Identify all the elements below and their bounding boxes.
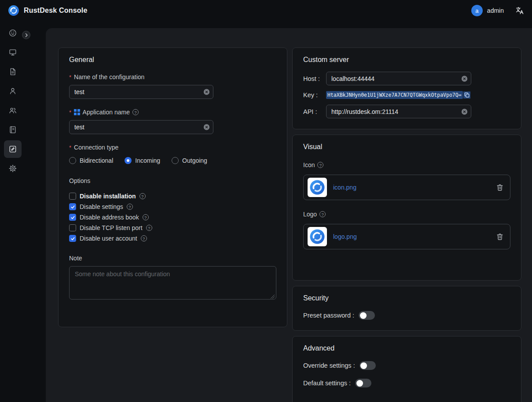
help-icon[interactable] (317, 162, 323, 168)
api-row: API : (303, 105, 510, 118)
default-settings-row: Default settings : (303, 379, 510, 387)
sidebar-item-custom-clients[interactable] (4, 140, 22, 158)
help-icon[interactable] (146, 225, 152, 231)
preset-password-row: Preset password : (303, 311, 510, 320)
gear-icon (8, 164, 17, 173)
sidebar-item-devices[interactable] (4, 44, 22, 61)
logo-label: Logo (303, 211, 510, 218)
chevron-right-icon (24, 33, 29, 38)
advanced-card: Advanced Override settings : Default set… (292, 336, 521, 402)
name-field-label: Name of the configuration (69, 73, 276, 80)
radio-incoming[interactable]: Incoming (125, 157, 160, 164)
help-icon[interactable] (141, 235, 147, 241)
checkbox[interactable] (69, 193, 76, 200)
api-label: API : (303, 108, 326, 115)
icon-preview-image (308, 178, 327, 197)
username[interactable]: admin (487, 7, 504, 14)
host-row: Host : (303, 72, 510, 85)
clear-icon[interactable] (461, 75, 468, 82)
api-input[interactable] (326, 105, 471, 118)
host-input[interactable] (326, 72, 471, 85)
main-content: General Name of the configuration Applic… (46, 28, 532, 402)
logo-preview-image (308, 227, 327, 246)
override-settings-toggle[interactable] (360, 361, 376, 370)
monitor-icon (8, 48, 17, 57)
override-settings-row: Override settings : (303, 361, 510, 370)
default-settings-label: Default settings : (303, 380, 351, 387)
custom-server-title: Custom server (303, 56, 510, 64)
sidebar-item-audit[interactable] (4, 63, 22, 80)
checkbox[interactable] (69, 214, 76, 221)
note-resize-handle-wrap (69, 266, 276, 301)
trash-icon[interactable] (496, 233, 504, 241)
custom-server-card: Custom server Host : Key : HtaXBkJNHyn0e… (292, 48, 521, 129)
preset-password-toggle[interactable] (359, 311, 375, 320)
visual-card: Visual Icon icon.png (292, 135, 521, 281)
radio-button[interactable] (125, 157, 132, 164)
windows-icon (74, 109, 80, 115)
server-key-value[interactable]: HtaXBkJNHyn0e1U1jWXze7A7CN7QTGWqxkOtpaVp… (326, 91, 463, 99)
connection-type-radio-group: Bidirectional Incoming Outgoing (69, 157, 276, 164)
copy-icon[interactable] (463, 91, 470, 99)
icon-file-link[interactable]: icon.png (333, 184, 356, 191)
top-bar: RustDesk Console a admin (0, 0, 532, 21)
note-label: Note (69, 255, 276, 262)
document-icon (8, 67, 17, 76)
logo-file-link[interactable]: logo.png (333, 233, 357, 240)
options-checkbox-list: Disable installation Disable settings Di… (69, 191, 276, 243)
checkbox[interactable] (69, 224, 76, 231)
clear-icon[interactable] (203, 89, 210, 95)
sidebar-expand-button[interactable] (22, 31, 30, 39)
radio-button[interactable] (69, 157, 76, 164)
clear-icon[interactable] (461, 108, 468, 115)
security-card: Security Preset password : (292, 286, 521, 331)
checkbox-disable-installation[interactable]: Disable installation (69, 191, 276, 201)
host-label: Host : (303, 75, 326, 82)
preset-password-label: Preset password : (303, 312, 354, 319)
help-icon[interactable] (143, 214, 149, 220)
key-row: Key : HtaXBkJNHyn0e1U1jWXze7A7CN7QTGWqxk… (303, 91, 510, 99)
checkbox-disable-settings[interactable]: Disable settings (69, 202, 276, 212)
checkbox[interactable] (69, 203, 76, 210)
users-icon (8, 106, 17, 115)
options-label: Options (69, 177, 276, 184)
radio-button[interactable] (172, 157, 179, 164)
edit-square-icon (8, 145, 17, 153)
checkbox-disable-user-account[interactable]: Disable user account (69, 234, 276, 243)
radio-bidirectional[interactable]: Bidirectional (69, 157, 113, 164)
visual-title: Visual (303, 143, 510, 151)
trash-icon[interactable] (496, 183, 504, 191)
sidebar-item-address-books[interactable] (4, 121, 22, 139)
help-icon[interactable] (132, 109, 139, 115)
security-title: Security (303, 294, 510, 302)
sidebar (0, 21, 26, 402)
help-icon[interactable] (127, 204, 133, 210)
sidebar-item-groups[interactable] (4, 102, 22, 119)
note-textarea[interactable] (69, 266, 276, 300)
sidebar-item-overview[interactable] (4, 24, 22, 42)
sidebar-item-users[interactable] (4, 82, 22, 100)
logo-file-box: logo.png (303, 224, 510, 249)
connection-type-label: Connection type (69, 144, 276, 151)
key-label: Key : (303, 91, 326, 99)
app-name-field-label: Application name (69, 109, 276, 116)
required-mark (69, 109, 71, 116)
config-name-input[interactable] (69, 85, 213, 99)
help-icon[interactable] (139, 193, 146, 199)
clear-icon[interactable] (203, 124, 210, 131)
user-icon (8, 87, 17, 95)
help-icon[interactable] (319, 211, 326, 217)
radio-outgoing[interactable]: Outgoing (172, 157, 207, 164)
default-settings-toggle[interactable] (355, 379, 371, 387)
icon-label: Icon (303, 161, 510, 168)
avatar[interactable]: a (471, 5, 483, 16)
advanced-title: Advanced (303, 344, 510, 352)
application-name-input[interactable] (69, 120, 213, 134)
icon-file-box: icon.png (303, 175, 510, 200)
checkbox[interactable] (69, 235, 76, 242)
sidebar-item-settings[interactable] (4, 160, 22, 177)
checkbox-disable-tcp-listen-port[interactable]: Disable TCP listen port (69, 223, 276, 233)
translate-icon[interactable] (515, 6, 524, 15)
required-mark (69, 74, 71, 80)
checkbox-disable-address-book[interactable]: Disable address book (69, 212, 276, 222)
